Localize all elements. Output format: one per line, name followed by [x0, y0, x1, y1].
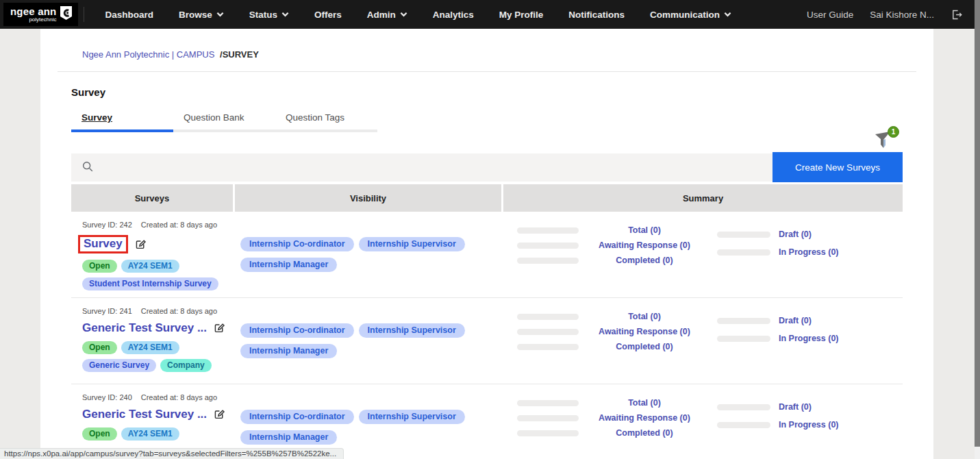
- progress-bar: [717, 249, 770, 256]
- created-at-label: Created at: 8 days ago: [141, 221, 217, 229]
- chevron-down-icon: [216, 12, 224, 17]
- tab-active-indicator: [71, 129, 173, 132]
- survey-id-label: Survey ID: 242: [82, 221, 132, 229]
- summary-label: In Progress (0): [779, 247, 881, 257]
- summary-label: Completed (0): [587, 342, 702, 351]
- summary-label: Total (0): [587, 398, 702, 408]
- summary-label: In Progress (0): [779, 420, 881, 430]
- created-at-label: Created at: 8 days ago: [141, 393, 217, 401]
- survey-title-link[interactable]: Survey: [78, 235, 128, 253]
- progress-bar: [517, 400, 579, 406]
- survey-id-label: Survey ID: 241: [82, 307, 132, 315]
- edit-icon[interactable]: [213, 322, 225, 334]
- browser-status-url: https://nps.x0pa.ai/app/campus/survey?ta…: [0, 448, 344, 459]
- tab-question-tags[interactable]: Question Tags: [275, 108, 377, 129]
- nav-items: DashboardBrowseStatusOffersAdminAnalytic…: [105, 10, 731, 20]
- visibility-pill-internship-supervisor: Internship Supervisor: [359, 323, 465, 338]
- survey-title-link[interactable]: Generic Test Survey ...: [82, 321, 207, 335]
- table-row: Survey ID: 242 Created at: 8 days ago Su…: [71, 212, 903, 298]
- column-header-surveys: Surveys: [71, 184, 233, 212]
- progress-bar: [517, 258, 579, 264]
- summary-entry: Draft (0): [717, 230, 881, 239]
- nav-item-dashboard[interactable]: Dashboard: [105, 10, 153, 20]
- badge-ay24-sem1: AY24 SEM1: [121, 341, 179, 354]
- summary-entry: Awaiting Response (0): [517, 327, 717, 336]
- progress-bar: [517, 344, 579, 350]
- created-at-label: Created at: 8 days ago: [141, 307, 217, 315]
- summary-label: Awaiting Response (0): [587, 413, 702, 423]
- progress-bar: [717, 422, 770, 428]
- table-body: Survey ID: 242 Created at: 8 days ago Su…: [71, 212, 903, 459]
- progress-bar: [717, 318, 770, 324]
- create-new-surveys-button[interactable]: Create New Surveys: [772, 152, 903, 182]
- visibility-pill-internship-supervisor: Internship Supervisor: [359, 410, 465, 424]
- summary-label: In Progress (0): [779, 334, 881, 343]
- breadcrumb: Ngee Ann Polytechnic | CAMPUS /SURVEY: [82, 29, 903, 60]
- badge-ay24-sem1: AY24 SEM1: [121, 427, 179, 441]
- logout-icon[interactable]: [951, 9, 962, 21]
- ngee-ann-logo[interactable]: ngee ann polytechnic: [3, 3, 78, 26]
- badge-open: Open: [82, 427, 117, 441]
- status-badges: OpenAY24 SEM1Generic SurveyCompany: [82, 341, 226, 372]
- summary-label: Total (0): [587, 225, 702, 235]
- chevron-down-icon: [281, 12, 289, 17]
- badge-student-post-internship-survey: Student Post Internship Survey: [82, 277, 218, 290]
- nav-item-admin[interactable]: Admin: [367, 10, 407, 20]
- survey-title-link[interactable]: Generic Test Survey ...: [82, 408, 207, 421]
- summary-label: Draft (0): [779, 316, 881, 325]
- logo-text-line1: ngee ann: [10, 6, 56, 16]
- vertical-scrollbar[interactable]: [975, 0, 980, 459]
- edit-icon[interactable]: [134, 238, 147, 251]
- summary-entry: Awaiting Response (0): [517, 413, 717, 423]
- visibility-pill-internship-manager: Internship Manager: [240, 344, 337, 358]
- filter-count-badge: 1: [888, 126, 899, 138]
- nav-right: User Guide Sai Kishore N...: [807, 9, 962, 21]
- edit-icon[interactable]: [213, 408, 225, 421]
- progress-bar: [517, 227, 579, 234]
- summary-label: Total (0): [587, 312, 702, 321]
- nav-item-communication[interactable]: Communication: [650, 10, 731, 20]
- progress-bar: [517, 430, 579, 436]
- summary-entry: In Progress (0): [717, 420, 881, 430]
- nav-item-browse[interactable]: Browse: [179, 10, 224, 20]
- progress-bar: [517, 314, 579, 320]
- summary-entry: In Progress (0): [717, 247, 881, 257]
- nav-item-status[interactable]: Status: [249, 10, 289, 20]
- visibility-pill-internship-supervisor: Internship Supervisor: [359, 237, 465, 251]
- nav-item-notifications[interactable]: Notifications: [568, 10, 625, 20]
- summary-label: Draft (0): [779, 230, 881, 239]
- column-header-summary: Summary: [503, 184, 903, 212]
- summary-cell: Total (0)Awaiting Response (0)Completed …: [503, 212, 903, 297]
- surveys-cell: Survey ID: 241 Created at: 8 days ago Ge…: [71, 298, 233, 384]
- summary-entry: Total (0): [517, 225, 717, 235]
- scrollbar-thumb[interactable]: [975, 0, 980, 447]
- top-navbar: ngee ann polytechnic DashboardBrowseStat…: [0, 0, 975, 29]
- summary-entry: Draft (0): [717, 316, 881, 325]
- username-menu[interactable]: Sai Kishore N...: [870, 10, 934, 20]
- tab-question-bank[interactable]: Question Bank: [173, 108, 275, 129]
- filter-funnel-icon: [872, 140, 892, 151]
- summary-label: Awaiting Response (0): [587, 327, 702, 336]
- badge-open: Open: [82, 341, 117, 354]
- content-card: Ngee Ann Polytechnic | CAMPUS /SURVEY Su…: [40, 29, 933, 459]
- search-icon: [81, 160, 94, 175]
- breadcrumb-org-link[interactable]: Ngee Ann Polytechnic | CAMPUS: [82, 49, 214, 60]
- user-guide-link[interactable]: User Guide: [807, 10, 853, 20]
- status-badges: OpenAY24 SEM1Student Post Internship Sur…: [82, 260, 226, 290]
- page-title: Survey: [71, 86, 903, 98]
- nav-item-analytics[interactable]: Analytics: [433, 10, 474, 20]
- breadcrumb-current: /SURVEY: [220, 49, 259, 60]
- badge-generic-survey: Generic Survey: [82, 359, 156, 372]
- summary-entry: Total (0): [517, 398, 717, 408]
- visibility-cell: Internship Co-ordinatorInternship Superv…: [235, 298, 501, 384]
- nav-item-offers[interactable]: Offers: [314, 10, 342, 20]
- summary-entry: Completed (0): [517, 256, 717, 265]
- nav-divider: [84, 7, 84, 22]
- visibility-pill-internship-co-ordinator: Internship Co-ordinator: [240, 323, 354, 338]
- summary-label: Completed (0): [587, 428, 702, 438]
- nav-item-my-profile[interactable]: My Profile: [499, 10, 544, 20]
- summary-label: Completed (0): [587, 256, 702, 265]
- progress-bar: [717, 336, 770, 342]
- summary-entry: Completed (0): [517, 342, 717, 351]
- tab-survey[interactable]: Survey: [71, 108, 173, 129]
